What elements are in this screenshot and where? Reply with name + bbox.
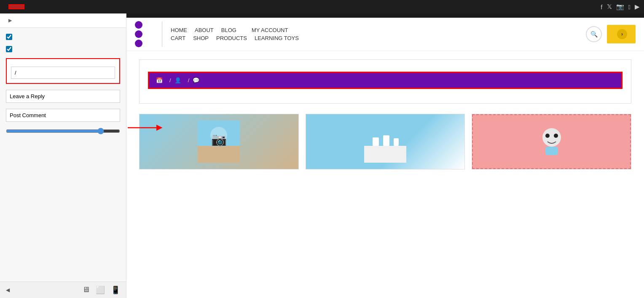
hide-controls-button[interactable]: ◀ bbox=[6, 287, 12, 293]
svg-rect-8 bbox=[394, 138, 399, 146]
cta-button[interactable]: › bbox=[607, 25, 636, 43]
ticker-bar bbox=[126, 13, 644, 18]
related-posts-grid: 📷 bbox=[139, 114, 631, 169]
single-post-tags-checkbox[interactable] bbox=[6, 34, 12, 40]
related-post-3 bbox=[472, 114, 631, 169]
related-post-1-image: 📷 bbox=[140, 114, 298, 169]
admin-bar: f 𝕏 📷  ▶ bbox=[0, 0, 644, 13]
mobile-icon[interactable]: 📱 bbox=[111, 285, 120, 295]
main-area: ▶ bbox=[0, 13, 644, 298]
svg-point-11 bbox=[545, 134, 550, 138]
comment-form-heading-group bbox=[6, 90, 120, 103]
pinterest-icon[interactable]:  bbox=[628, 3, 631, 11]
sidebar: ▶ bbox=[0, 13, 126, 298]
logo-divider bbox=[162, 21, 162, 47]
calendar-icon: 📅 bbox=[156, 77, 163, 83]
nav-shop[interactable]: SHOP bbox=[193, 35, 209, 41]
comment-submit-group bbox=[6, 109, 120, 122]
preview-area: HOME ABOUT BLOG MY ACCOUNT CART SHOP PRO… bbox=[126, 13, 644, 298]
comment-form-size-group bbox=[6, 128, 120, 136]
nav-my-account[interactable]: MY ACCOUNT bbox=[252, 27, 288, 33]
svg-point-10 bbox=[542, 128, 561, 147]
site-logo bbox=[135, 18, 145, 51]
facebook-icon[interactable]: f bbox=[601, 3, 602, 11]
meta-box-input[interactable] bbox=[11, 67, 115, 79]
single-post-featured-image-row bbox=[6, 46, 120, 52]
site-header: HOME ABOUT BLOG MY ACCOUNT CART SHOP PRO… bbox=[126, 18, 644, 51]
device-icons: 🖥 ⬜ 📱 bbox=[82, 285, 120, 295]
sidebar-footer: ◀ 🖥 ⬜ 📱 bbox=[0, 282, 126, 298]
single-post-tags-row bbox=[6, 34, 120, 40]
youtube-icon[interactable]: ▶ bbox=[635, 3, 640, 11]
post-card: 📅 / 👤 / 💬 bbox=[139, 59, 631, 104]
header-right: 🔍 › bbox=[586, 25, 636, 43]
publish-button[interactable] bbox=[8, 4, 24, 9]
instagram-icon[interactable]: 📷 bbox=[616, 3, 624, 11]
twitter-icon[interactable]: 𝕏 bbox=[607, 3, 612, 11]
svg-text:📷: 📷 bbox=[211, 132, 227, 147]
meta-box-section bbox=[6, 58, 120, 84]
svg-rect-7 bbox=[383, 135, 389, 146]
svg-rect-1 bbox=[198, 146, 240, 163]
nav-cart[interactable]: CART bbox=[171, 35, 185, 41]
nav-learning-toys[interactable]: LEARNING TOYS bbox=[255, 35, 299, 41]
svg-rect-6 bbox=[373, 137, 379, 146]
related-post-2-image bbox=[306, 114, 465, 169]
nav-about[interactable]: ABOUT bbox=[195, 27, 214, 33]
nav-row-bottom: CART SHOP PRODUCTS LEARNING TOYS bbox=[171, 35, 586, 41]
sidebar-header: ▶ bbox=[0, 13, 126, 28]
nav-home[interactable]: HOME bbox=[171, 27, 187, 33]
svg-rect-13 bbox=[545, 147, 558, 155]
post-area: 📅 / 👤 / 💬 bbox=[126, 51, 644, 178]
related-post-2 bbox=[306, 114, 465, 169]
breadcrumb: ▶ bbox=[8, 18, 12, 23]
nav-row-top: HOME ABOUT BLOG MY ACCOUNT bbox=[171, 27, 586, 33]
cta-arrow-icon: › bbox=[617, 29, 627, 39]
sidebar-content bbox=[0, 28, 126, 282]
nav-products[interactable]: PRODUCTS bbox=[216, 35, 247, 41]
comment-submit-input[interactable] bbox=[6, 109, 120, 122]
user-icon: 👤 bbox=[174, 77, 181, 83]
related-post-1: 📷 bbox=[139, 114, 299, 169]
single-post-featured-image-checkbox[interactable] bbox=[6, 46, 12, 52]
desktop-icon[interactable]: 🖥 bbox=[82, 285, 90, 295]
chevron-left-icon: ◀ bbox=[6, 287, 10, 293]
search-button[interactable]: 🔍 bbox=[586, 26, 602, 42]
sidebar-back: ▶ bbox=[6, 18, 120, 23]
nav-blog[interactable]: BLOG bbox=[221, 27, 236, 33]
search-icon: 🔍 bbox=[590, 31, 598, 38]
svg-point-12 bbox=[554, 134, 558, 138]
comment-form-heading-input[interactable] bbox=[6, 90, 120, 103]
site-nav: HOME ABOUT BLOG MY ACCOUNT CART SHOP PRO… bbox=[171, 27, 586, 41]
svg-rect-5 bbox=[364, 146, 406, 163]
comment-form-size-slider[interactable] bbox=[6, 128, 120, 134]
related-post-3-image bbox=[472, 114, 631, 169]
tablet-icon[interactable]: ⬜ bbox=[96, 285, 105, 295]
comment-icon: 💬 bbox=[193, 77, 199, 83]
post-meta-bar: 📅 / 👤 / 💬 bbox=[148, 72, 623, 89]
